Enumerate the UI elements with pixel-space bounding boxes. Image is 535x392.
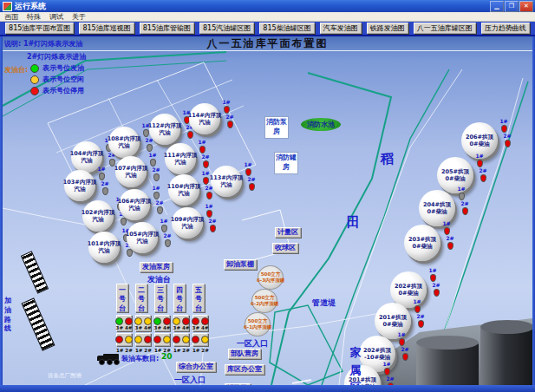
status-droplet-icon [147, 144, 153, 152]
lamp-2 [125, 336, 133, 343]
tank-indicator-1: 1# [474, 154, 485, 167]
storage-tank[interactable]: 106#内浮顶 汽油 1# 2# [119, 189, 150, 220]
menu-item[interactable]: 关于 [72, 12, 86, 22]
status-droplet-icon [245, 168, 251, 176]
nav-button[interactable]: 815油库管输图 [140, 23, 194, 34]
status-droplet-icon [143, 129, 149, 137]
station-name-plate: 四号台 [173, 284, 186, 312]
nav-button[interactable]: 815油库巡视图 [79, 23, 134, 34]
lamp-4 [144, 317, 152, 325]
tank-label-line1: 113#内浮顶 [210, 174, 244, 181]
storage-tank[interactable]: 111#内浮顶 汽油 1# 2# [165, 143, 196, 174]
map-label: 消防泵房 [264, 116, 289, 139]
storage-tank[interactable]: 102#内浮顶 汽油 1# 2# [82, 200, 114, 232]
tank-indicator-1: 1# [200, 171, 211, 185]
tank-label-line1: 107#内浮顶 [114, 165, 148, 172]
legend-item: 表示号位停用 [30, 86, 143, 95]
tank-indicator-1: 1# [151, 186, 161, 199]
nav-button[interactable]: 汽车发油图 [320, 23, 362, 34]
app-window: 运行系统 ▁ ❐ ✕ 画面 特殊 调试 关于 815油库平面布置图 815油库巡… [0, 0, 535, 392]
nav-button[interactable]: 815汽油罐区图 [199, 23, 254, 34]
status-droplet-icon [165, 239, 171, 247]
tank-label-line1: 202#拱顶 [395, 283, 422, 290]
status-droplet-icon [153, 173, 160, 181]
nav-button[interactable]: 压力趋势曲线 [481, 23, 530, 34]
tank-label-line2: 汽油 [137, 238, 148, 245]
menu-item[interactable]: 特殊 [27, 12, 41, 22]
map-label: 综合办公室 [176, 362, 216, 372]
storage-tank[interactable]: 114#内浮顶 汽油 1# 2# [189, 103, 220, 134]
lamp-2 [182, 336, 190, 343]
legend-item: 表示号位空闲 [30, 75, 143, 84]
status-droplet-icon [203, 160, 209, 168]
small-storage-tank[interactable]: 500立方 6-3内浮顶罐 [258, 265, 284, 290]
status-droplet-icon [99, 173, 105, 180]
menu-item[interactable]: 调试 [49, 12, 63, 22]
tank-label-line1: 105#内浮顶 [126, 231, 160, 238]
storage-tank[interactable]: 113#内浮顶 汽油 1# 2# [211, 166, 242, 197]
tank-label-line1: 111#内浮顶 [164, 152, 198, 159]
storage-tank[interactable]: 112#内浮顶 汽油 1# 2# [149, 114, 180, 145]
tank-label-line1: 205#拱顶 [441, 168, 469, 175]
tank-label-line2: 汽油 [182, 223, 193, 230]
status-droplet-icon [187, 131, 193, 139]
small-storage-tank[interactable]: 500立方 6-1内浮顶罐 [245, 312, 271, 336]
status-droplet-icon [199, 146, 206, 154]
legend-line1: 说明: 1#灯闪烁表示发油 [4, 39, 143, 49]
tank-indicator-2: 2# [385, 376, 395, 385]
storage-tank[interactable]: 101#内浮顶 汽油 1# 2# [88, 232, 120, 263]
lamp-3 [173, 317, 180, 325]
menu-item[interactable]: 画面 [4, 12, 18, 22]
close-button[interactable]: ✕ [519, 1, 533, 12]
app-icon [3, 2, 12, 11]
tank-indicator-1: 1# [412, 299, 422, 313]
storage-tank[interactable]: 110#内浮顶 汽油 1# 2# [168, 174, 199, 206]
tank-label-line1: 203#拱顶 [408, 236, 436, 243]
storage-tank[interactable]: 203#拱顶 0#柴油 1# 2# [404, 225, 440, 261]
minimize-button[interactable]: ▁ [490, 1, 504, 12]
tank-indicator-2: 2# [151, 167, 161, 181]
nav-button[interactable]: 铁路发油图 [367, 23, 408, 34]
storage-tank[interactable]: 103#内浮顶 汽油 1# 2# [64, 170, 95, 201]
storage-tank[interactable]: 109#内浮顶 汽油 1# 2# [172, 207, 203, 238]
tank-indicator-1: 1# [159, 219, 169, 232]
small-storage-tank[interactable]: 500立方 6-2内浮顶罐 [251, 289, 277, 313]
tank-label-line2: 汽油 [199, 119, 211, 126]
nav-button[interactable]: 815油库平面布置图 [5, 23, 74, 34]
status-droplet-icon [447, 242, 453, 250]
status-droplet-icon [418, 320, 424, 328]
status-droplet-icon [505, 140, 511, 147]
legend-station-label: 发油台: [4, 65, 28, 75]
status-droplet-icon [402, 353, 408, 361]
status-droplet-icon [399, 338, 405, 346]
tank-indicator-1: 1# [96, 167, 107, 180]
station-name-plate: 五号台 [192, 284, 205, 312]
storage-tank[interactable]: 107#内浮顶 汽油 1# 2# [115, 156, 147, 187]
tank-label-line2: 汽油 [119, 142, 130, 149]
tank-indicator-2: 2# [207, 219, 218, 232]
maximize-button[interactable]: ❐ [505, 1, 519, 12]
station-name-plate: 一号台 [116, 284, 128, 312]
storage-tank[interactable]: 108#内浮顶 汽油 1# 2# [108, 127, 140, 158]
tank-indicator-2: 2# [415, 314, 426, 328]
tank-indicator-2: 2# [445, 236, 455, 250]
tank-label-line2: 0#柴油 [427, 208, 447, 215]
tank-label-line1: 101#内浮顶 [88, 240, 121, 247]
tank-label-line1: 204#拱顶 [423, 201, 451, 208]
lamp-2 [163, 336, 171, 343]
tank-label-line2: 汽油 [99, 247, 110, 254]
photo-tank-cylinder [480, 327, 532, 385]
storage-tank[interactable]: 105#内浮顶 汽油 1# 2# [127, 222, 158, 253]
tank-label-line1: 104#内浮顶 [70, 150, 104, 157]
station-lamp-box-top: 3# 4# [116, 315, 132, 331]
map-label: 20 [161, 352, 173, 361]
legend-status-dot-icon [30, 64, 39, 73]
station-lamp-box-top: 3# 4# [192, 315, 208, 331]
nav-button[interactable]: 815柴油罐区图 [259, 23, 314, 34]
nav-button[interactable]: 八一五油库罐区图 [414, 23, 476, 34]
lamp-1 [115, 336, 123, 343]
tank-indicator-2: 2# [460, 201, 470, 215]
title-bar[interactable]: 运行系统 ▁ ❐ ✕ [0, 0, 535, 12]
tank-label-line1: 108#内浮顶 [108, 135, 141, 142]
storage-tank[interactable]: 205#拱顶 0#柴油 1# 2# [437, 157, 473, 193]
